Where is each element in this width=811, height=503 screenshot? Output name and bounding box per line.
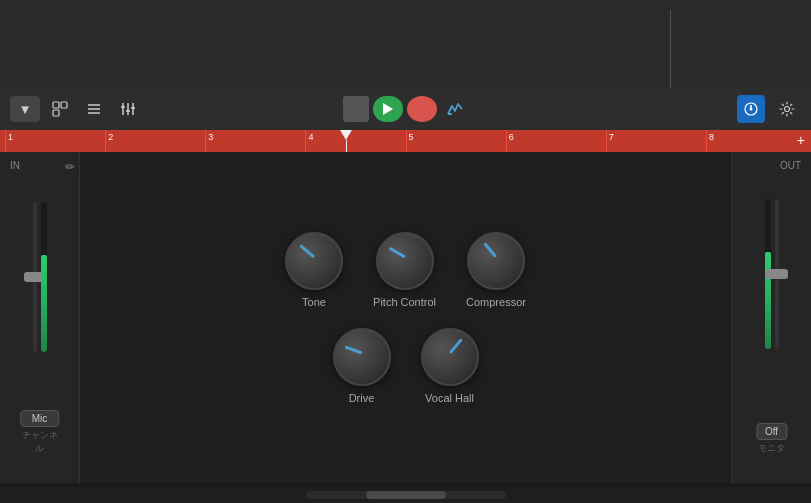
main-content: IN ✏ Mic チャンネル Tone <box>0 152 811 483</box>
ruler-mark-8: 8 <box>706 130 806 152</box>
knob-row-2: Drive Vocal Hall <box>333 328 479 404</box>
vocal-hall-indicator <box>448 338 462 354</box>
ruler-mark-6: 6 <box>506 130 606 152</box>
list-icon <box>86 101 102 117</box>
compressor-indicator <box>483 242 497 258</box>
toolbar-left: ▼ <box>10 95 142 123</box>
ruler-mark-2: 2 <box>105 130 205 152</box>
in-label: IN <box>10 160 20 171</box>
drive-indicator <box>344 345 362 354</box>
vocal-hall-knob[interactable] <box>421 328 479 386</box>
ruler-mark-7: 7 <box>606 130 706 152</box>
transport-controls <box>343 95 469 123</box>
gear-icon <box>779 101 795 117</box>
add-track-button[interactable]: + <box>797 132 805 148</box>
left-fader-track <box>33 202 37 352</box>
pitch-control-knob-container: Pitch Control <box>373 232 436 308</box>
svg-rect-1 <box>61 102 67 108</box>
ruler-mark-4: 4 <box>305 130 405 152</box>
channel-type-button[interactable]: Mic <box>20 410 60 427</box>
vocal-hall-knob-container: Vocal Hall <box>421 328 479 404</box>
pitch-control-knob[interactable] <box>376 232 434 290</box>
stop-button[interactable] <box>343 96 369 122</box>
left-meter-fill <box>41 255 47 353</box>
tuner-button[interactable] <box>737 95 765 123</box>
timeline-ruler[interactable]: 1 2 3 4 5 6 7 8 + <box>0 130 811 152</box>
drive-label: Drive <box>349 392 375 404</box>
toolbar-right <box>737 95 801 123</box>
box-icon <box>52 101 68 117</box>
smart-icon <box>445 101 465 117</box>
mixer-icon <box>120 101 136 117</box>
tone-knob-container: Tone <box>285 232 343 308</box>
left-meter <box>41 202 47 352</box>
svg-rect-10 <box>126 110 130 112</box>
drive-knob-container: Drive <box>333 328 391 404</box>
monitor-sublabel: モニタ <box>756 442 787 455</box>
svg-rect-0 <box>53 102 59 108</box>
svg-point-16 <box>785 107 790 112</box>
playhead-line <box>346 140 347 152</box>
tone-label: Tone <box>302 296 326 308</box>
compressor-knob[interactable] <box>467 232 525 290</box>
channel-label-right: Off モニタ <box>756 423 787 455</box>
bottom-scrollbar-area <box>0 487 811 503</box>
svg-marker-12 <box>383 103 393 115</box>
top-bar: ▼ <box>0 0 811 130</box>
mixer-button[interactable] <box>114 95 142 123</box>
tone-knob[interactable] <box>285 232 343 290</box>
playhead-triangle <box>340 130 352 140</box>
tuner-icon <box>743 101 759 117</box>
svg-rect-11 <box>131 107 135 109</box>
tone-indicator <box>299 244 315 258</box>
channel-strip-left: IN ✏ Mic チャンネル <box>0 152 80 483</box>
scrollbar-track <box>306 491 506 499</box>
top-bar-divider <box>670 10 671 100</box>
record-button[interactable] <box>407 96 437 122</box>
pitch-indicator <box>388 246 405 258</box>
right-fader-thumb[interactable] <box>766 269 788 279</box>
view-box-button[interactable] <box>46 95 74 123</box>
channel-strip-right: OUT Off モニタ <box>731 152 811 483</box>
out-label: OUT <box>780 160 801 171</box>
svg-rect-2 <box>53 110 59 116</box>
smart-controls-button[interactable] <box>441 95 469 123</box>
compressor-label: Compressor <box>466 296 526 308</box>
drive-knob[interactable] <box>333 328 391 386</box>
play-button[interactable] <box>373 96 403 122</box>
channel-sublabel-left: チャンネル <box>20 429 60 455</box>
knob-area: Tone Pitch Control Compressor <box>80 152 731 483</box>
right-fader-track <box>775 199 779 349</box>
right-meter-fill <box>765 252 771 350</box>
knob-row-1: Tone Pitch Control Compressor <box>285 232 526 308</box>
play-icon <box>383 103 393 115</box>
compressor-knob-container: Compressor <box>466 232 526 308</box>
pitch-control-label: Pitch Control <box>373 296 436 308</box>
toolbar: ▼ <box>0 88 811 130</box>
svg-point-15 <box>750 108 753 111</box>
ruler-mark-1: 1 <box>5 130 105 152</box>
monitor-button[interactable]: Off <box>756 423 787 440</box>
vocal-hall-label: Vocal Hall <box>425 392 474 404</box>
edit-icon[interactable]: ✏ <box>65 160 75 174</box>
dropdown-button[interactable]: ▼ <box>10 96 40 122</box>
playhead[interactable] <box>340 130 352 152</box>
ruler-mark-3: 3 <box>205 130 305 152</box>
scrollbar-thumb[interactable] <box>366 491 446 499</box>
list-button[interactable] <box>80 95 108 123</box>
ruler-mark-5: 5 <box>406 130 506 152</box>
svg-rect-9 <box>121 106 125 108</box>
ruler-marks: 1 2 3 4 5 6 7 8 <box>5 130 806 152</box>
settings-button[interactable] <box>773 95 801 123</box>
channel-label-left: Mic チャンネル <box>20 410 60 455</box>
